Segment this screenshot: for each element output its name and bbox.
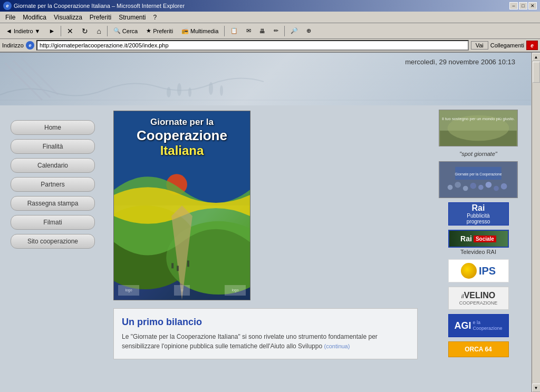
header-decoration-icon <box>0 74 531 105</box>
stop-icon: ✕ <box>67 27 73 35</box>
crowd-image[interactable]: Giornate per la Cooperazione <box>439 161 518 198</box>
svg-line-6 <box>13 61 50 97</box>
agi-logo[interactable]: AGI e la Cooperazione <box>448 314 509 337</box>
menu-preferiti[interactable]: Preferiti <box>86 13 114 22</box>
mail-button[interactable]: ✉ <box>243 25 255 37</box>
separator-1 <box>61 26 61 36</box>
scrollbar: ▲ ▼ <box>532 53 540 392</box>
nav-finalita[interactable]: Finalità <box>11 139 95 154</box>
svg-rect-13 <box>177 266 179 271</box>
stop-button[interactable]: ✕ <box>63 25 77 37</box>
nav-sito-coop[interactable]: Sito cooperazione <box>11 234 95 249</box>
velino-logo[interactable]: il VELINO COOPERAZIONE <box>448 287 509 310</box>
poster-title-line2: Cooperazione <box>114 128 250 143</box>
nav-calendario[interactable]: Calendario <box>11 158 95 173</box>
refresh-icon: ↻ <box>82 27 88 35</box>
menu-help[interactable]: ? <box>150 13 160 22</box>
forward-arrow-icon: ► <box>49 27 55 35</box>
scroll-up-button[interactable]: ▲ <box>532 53 541 61</box>
bilancio-continua[interactable]: (continua) <box>324 343 350 349</box>
browser-content: mercoledì, 29 novembre 2006 10:13 Home F… <box>0 53 540 392</box>
menu-file[interactable]: File <box>2 13 18 22</box>
orca-text: ORCA 64 <box>465 346 492 353</box>
bilancio-section: Un primo bilancio Le "Giornate per la Co… <box>113 308 418 359</box>
menu-visualizza[interactable]: Visualizza <box>51 13 85 22</box>
svg-point-22 <box>463 186 468 191</box>
header-lines-icon <box>0 53 79 105</box>
separator-3 <box>224 26 225 36</box>
svg-rect-14 <box>187 260 189 267</box>
scroll-down-button[interactable]: ▼ <box>532 384 541 392</box>
logo-placeholder-3: logo <box>225 285 246 296</box>
logo-placeholder-1: logo <box>118 285 139 296</box>
nav-filmati[interactable]: Filmati <box>11 215 95 230</box>
svg-point-3 <box>209 82 213 95</box>
spot-caption[interactable]: "spot giornate" <box>459 151 497 157</box>
svg-point-21 <box>455 182 461 188</box>
zoom-in-button[interactable]: ⊕ <box>303 25 315 37</box>
scroll-thumb[interactable] <box>533 62 540 83</box>
app-icon: e <box>3 2 12 10</box>
search-button[interactable]: 🔍 Cerca <box>110 25 141 37</box>
bilancio-title: Un primo bilancio <box>122 317 409 328</box>
poster-title-line3: Italiana <box>114 143 250 158</box>
ips-logo[interactable]: IPS <box>448 259 509 282</box>
menu-bar: File Modifica Visualizza Preferiti Strum… <box>0 12 540 23</box>
print-button[interactable]: 🖶 <box>256 25 269 37</box>
rai-pub-button[interactable]: Rai Pubblicità progresso <box>448 202 509 226</box>
search-icon: 🔍 <box>113 27 121 34</box>
toolbar: ◄ Indietro ▼ ► ✕ ↻ ⌂ 🔍 Cerca ★ Preferiti… <box>0 23 540 39</box>
mail-icon: ✉ <box>246 27 251 34</box>
zoom-in-icon: ⊕ <box>306 27 311 34</box>
spot-thumbnail-icon: Il tuo sostegno per un mondo più giusto. <box>439 110 517 146</box>
refresh-button[interactable]: ↻ <box>78 25 92 37</box>
links-button[interactable]: Collegamenti <box>490 42 524 48</box>
home-button[interactable]: ⌂ <box>93 25 104 37</box>
svg-point-26 <box>494 186 499 191</box>
page-main: Home Finalità Calendario Partners Rasseg… <box>0 105 531 392</box>
history-button[interactable]: 📋 <box>227 25 242 37</box>
window-title: Giornate per la Cooperazione Italiana – … <box>14 3 185 9</box>
zoom-button[interactable]: 🔎 <box>287 25 302 37</box>
rai-sociale-group: Rai Sociale Televideo RAI <box>448 230 509 255</box>
poster-title-area: Giornate per la Cooperazione Italiana <box>114 116 250 158</box>
nav-rassegna[interactable]: Rassegna stampa <box>11 196 95 211</box>
home-icon: ⌂ <box>97 27 101 35</box>
velino-title-text: VELINO <box>464 291 496 300</box>
menu-strumenti[interactable]: Strumenti <box>115 13 149 22</box>
zoom-icon: 🔎 <box>291 27 298 34</box>
spot-image[interactable]: Il tuo sostegno per un mondo più giusto. <box>439 110 518 146</box>
history-icon: 📋 <box>230 27 238 34</box>
page-header: mercoledì, 29 novembre 2006 10:13 <box>0 53 531 105</box>
crowd-thumbnail-icon: Giornate per la Cooperazione <box>439 162 517 198</box>
menu-modifica[interactable]: Modifica <box>20 13 50 22</box>
date-display: mercoledì, 29 novembre 2006 10:13 <box>405 58 515 66</box>
nav-partners[interactable]: Partners <box>11 177 95 192</box>
svg-point-25 <box>486 182 492 188</box>
rai-sociale-image[interactable]: Rai Sociale <box>448 230 509 248</box>
svg-point-2 <box>188 87 191 97</box>
nav-home[interactable]: Home <box>11 120 95 135</box>
close-button[interactable]: ✕ <box>528 2 537 9</box>
maximize-button[interactable]: □ <box>519 2 527 9</box>
bilancio-text: Le "Giornate per la Cooperazione Italian… <box>122 332 409 351</box>
rai-pub-line2: progresso <box>467 219 490 224</box>
svg-rect-12 <box>171 263 173 268</box>
svg-text:Il tuo sostegno per un mondo p: Il tuo sostegno per un mondo più giusto. <box>442 116 515 121</box>
rai-pub-line1: Pubblicità <box>467 213 489 219</box>
forward-button[interactable]: ► <box>45 25 59 37</box>
go-button[interactable]: Vai <box>471 41 488 50</box>
favorites-button[interactable]: ★ Preferiti <box>142 25 177 37</box>
edit-button[interactable]: ✏ <box>270 25 282 37</box>
scroll-track[interactable] <box>532 61 541 384</box>
minimize-button[interactable]: – <box>509 2 518 9</box>
poster-logos: logo ☆ logo <box>118 285 246 296</box>
svg-line-5 <box>5 63 42 100</box>
svg-point-4 <box>220 85 223 96</box>
multimedia-button[interactable]: 📻 Multimedia <box>178 25 222 37</box>
orca-logo[interactable]: ORCA 64 <box>448 341 509 357</box>
back-button[interactable]: ◄ Indietro ▼ <box>2 25 44 37</box>
ie-logo: e <box>526 41 538 50</box>
address-input[interactable] <box>36 40 469 51</box>
rai-sociale-text: Rai <box>460 234 472 243</box>
